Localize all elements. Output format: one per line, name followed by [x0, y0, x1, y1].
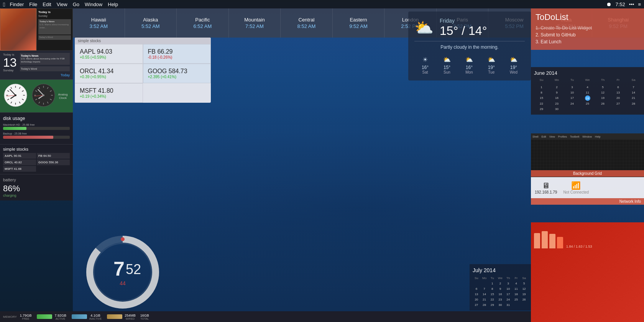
disk-usage-widget: disk usage Macintosh HD - 25.6B free Bac…	[0, 112, 73, 144]
todo-widget: ToDoList 1. Create To-Do List Widget 2. …	[531, 8, 644, 50]
menu-window[interactable]: Window	[85, 2, 102, 7]
ethernet-icon: 🖥	[542, 181, 550, 190]
today-date-row: Today is 13 Sunday Today's News U.S. War…	[3, 53, 70, 72]
menu-finder[interactable]: Finder	[10, 2, 24, 7]
menu-file[interactable]: File	[29, 2, 37, 7]
menu-help[interactable]: Help	[108, 2, 118, 7]
cal-july-header: Fr	[513, 276, 520, 281]
iterm-grid-svg	[531, 140, 644, 170]
forecast-sun-label: Sun	[444, 70, 450, 74]
apple-logo[interactable]: 	[3, 1, 5, 8]
donut-clock	[84, 234, 161, 310]
network-ethernet: 🖥 192.168.1.79	[535, 181, 557, 194]
cal-june-cell	[565, 83, 580, 84]
weather-temp: 15° / 14°	[440, 24, 487, 38]
stock-small-msft: MSFT 41.68	[3, 166, 36, 172]
red-bar-4	[557, 237, 563, 248]
analog-clock-1	[3, 83, 28, 109]
stock-small-orcl: ORCL 40.82	[3, 159, 36, 165]
forecast-tue-temp: 19°	[488, 65, 495, 70]
calendar-june-grid: SuMoTuWeThFrSa12345678910111213141516171…	[534, 77, 641, 112]
iterm-label: Background Grid	[531, 170, 644, 177]
iterm-content	[531, 140, 644, 170]
menu-view[interactable]: View	[57, 2, 67, 7]
cal-june-cell	[626, 83, 641, 84]
cal-july-cell: 18	[513, 292, 520, 297]
forecast-sun-temp: 15°	[444, 65, 450, 70]
network-label: Network Info	[531, 198, 644, 205]
menu-go[interactable]: Go	[73, 2, 79, 7]
network-content: 🖥 192.168.1.79 📶 Not Connected	[531, 177, 644, 198]
stock-fb-main: FB 66.29	[148, 48, 206, 55]
cal-july-cell: 9	[496, 286, 504, 291]
disk-bar-label-1: Macintosh HD - 25.6B free	[3, 123, 70, 126]
stock-msft-main: MSFT 41.80	[80, 87, 138, 94]
memory-cell-2: 7.92GB ACTIVE	[54, 314, 66, 320]
menu-edit[interactable]: Edit	[43, 2, 51, 7]
todo-item-2: 2. Submit to GitHub	[536, 32, 639, 38]
tz-eastern: Eastern9:52 AM	[333, 8, 385, 38]
red-bar-3	[549, 234, 555, 248]
stock-aapl-change: +0.55 (+0.59%)	[80, 55, 138, 59]
cal-july-cell: 3	[504, 281, 512, 286]
thumb-colorful	[0, 8, 36, 51]
forecast-wed-temp: 19°	[510, 65, 517, 70]
battery-widget: battery 86% charging	[0, 174, 73, 200]
cal-june-cell: 27	[611, 101, 626, 106]
cal-june-cell: 10	[565, 90, 580, 95]
iterm-menu-window: Window	[582, 135, 592, 138]
cal-june-header: Fr	[611, 77, 626, 82]
cal-june-cell: 3	[565, 85, 580, 90]
cal-june-cell: 17	[565, 95, 580, 101]
disk-bar-fill-1	[3, 127, 26, 130]
cal-june-cell: 12	[595, 90, 610, 95]
cal-july-cell	[520, 302, 528, 307]
disk-bar-label-2: Backup - 25.0B free	[3, 132, 70, 135]
memory-bar-1	[37, 314, 52, 319]
stock-orcl: ORCL 41.34 +0.39 (+0.95%)	[75, 64, 143, 83]
cal-july-cell	[473, 281, 480, 286]
iterm-menu-edit: Edit	[542, 135, 546, 138]
cal-july-cell: 17	[504, 292, 512, 297]
cal-june-cell: 6	[611, 85, 626, 90]
forecast-mon-icon: ⛅	[465, 56, 473, 63]
cal-july-cell: 4	[513, 281, 520, 286]
memory-bar-3	[107, 314, 122, 319]
stock-goog-change: +2.395 (+0.41%)	[148, 75, 206, 79]
cal-june-cell: 14	[626, 90, 641, 95]
cal-june-cell: 30	[549, 107, 564, 112]
cal-july-cell: 10	[504, 286, 512, 291]
menubar:  Finder File Edit View Go Window Help ⏺…	[0, 0, 644, 8]
stock-goog-main: GOOG 584.73	[148, 68, 206, 75]
cal-june-cell: 29	[534, 107, 549, 112]
battery-status: charging	[3, 194, 70, 197]
red-bar-labels: 1.84 / 1.63 / 1.53	[566, 245, 592, 248]
cal-july-cell: 14	[481, 292, 488, 297]
weather-forecast: ☀ 16° Sat ⛅ 15° Sun ⛅ 16° Mon ⛅ 19° Tue …	[414, 54, 525, 74]
cal-june-cell	[565, 107, 580, 112]
iterm-menubar: Shell Edit View Profiles Toolbelt Window…	[531, 133, 644, 140]
cal-july-cell: 31	[504, 302, 512, 307]
forecast-sat-icon: ☀	[422, 56, 428, 63]
todo-item-1: 1. Create To-Do List Widget	[536, 25, 639, 31]
svg-rect-0	[531, 140, 644, 170]
stocks-small-widget: simple stocks AAPL 90.91 FB 64.50 ORCL 4…	[0, 144, 73, 174]
stock-goog: GOOG 584.73 +2.395 (+0.41%)	[143, 64, 211, 83]
today-bottom[interactable]: Today	[3, 73, 70, 77]
menubar-time: 7:52	[615, 2, 625, 7]
today-news-text: U.S. Warns about increasing order for FS…	[21, 58, 69, 64]
cal-june-cell	[595, 83, 610, 84]
cal-june-header: Tu	[565, 77, 580, 82]
menubar-right: ⏺ 7:52 ••• ≡	[606, 1, 641, 7]
calendar-june-title: June 2014	[534, 70, 641, 76]
cal-june-cell: 8	[534, 90, 549, 95]
tz-mountain: Mountain7:52 AM	[229, 8, 281, 38]
cal-june-cell: 24	[565, 101, 580, 106]
stock-orcl-change: +0.39 (+0.95%)	[80, 75, 138, 79]
cal-june-cell: 23	[549, 101, 564, 106]
cal-july-cell: 15	[488, 292, 496, 297]
cal-july-cell: 1	[488, 281, 496, 286]
stock-small-aapl: AAPL 90.91	[3, 153, 36, 159]
analog-clock-2	[31, 83, 56, 109]
cal-july-cell: 23	[496, 297, 504, 302]
